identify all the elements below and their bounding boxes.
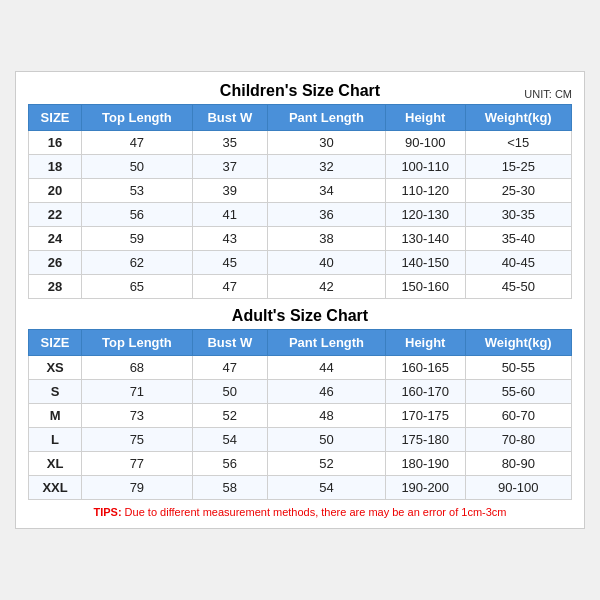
table-cell: 47 xyxy=(192,356,267,380)
table-cell: 110-120 xyxy=(385,179,465,203)
table-cell: 46 xyxy=(268,380,386,404)
table-cell: 71 xyxy=(82,380,192,404)
table-cell: 62 xyxy=(82,251,192,275)
table-cell: 25-30 xyxy=(465,179,572,203)
adults-col-weight: Weight(kg) xyxy=(465,330,572,356)
table-cell: 56 xyxy=(192,452,267,476)
table-cell: 58 xyxy=(192,476,267,500)
table-cell: 52 xyxy=(268,452,386,476)
table-cell: 50 xyxy=(268,428,386,452)
table-cell: 56 xyxy=(82,203,192,227)
tips-row: TIPS: Due to different measurement metho… xyxy=(28,506,572,518)
table-cell: 52 xyxy=(192,404,267,428)
table-cell: 16 xyxy=(29,131,82,155)
table-row: S715046160-17055-60 xyxy=(29,380,572,404)
table-cell: 35 xyxy=(192,131,267,155)
table-cell: XXL xyxy=(29,476,82,500)
table-cell: 20 xyxy=(29,179,82,203)
table-cell: 32 xyxy=(268,155,386,179)
table-cell: 65 xyxy=(82,275,192,299)
tips-text: Due to different measurement methods, th… xyxy=(122,506,507,518)
children-title: Children's Size Chart xyxy=(220,82,380,100)
table-cell: 50 xyxy=(82,155,192,179)
table-cell: 59 xyxy=(82,227,192,251)
adults-header-row: SIZE Top Length Bust W Pant Length Heigh… xyxy=(29,330,572,356)
table-row: 18503732100-11015-25 xyxy=(29,155,572,179)
table-cell: 35-40 xyxy=(465,227,572,251)
table-cell: 73 xyxy=(82,404,192,428)
table-row: 24594338130-14035-40 xyxy=(29,227,572,251)
table-cell: 37 xyxy=(192,155,267,179)
table-cell: L xyxy=(29,428,82,452)
table-cell: 48 xyxy=(268,404,386,428)
table-cell: 54 xyxy=(268,476,386,500)
table-cell: 30-35 xyxy=(465,203,572,227)
table-cell: 24 xyxy=(29,227,82,251)
table-cell: 70-80 xyxy=(465,428,572,452)
children-col-size: SIZE xyxy=(29,105,82,131)
children-table: SIZE Top Length Bust W Pant Length Heigh… xyxy=(28,104,572,299)
table-row: 20533934110-12025-30 xyxy=(29,179,572,203)
children-col-weight: Weight(kg) xyxy=(465,105,572,131)
children-col-top-length: Top Length xyxy=(82,105,192,131)
table-cell: 140-150 xyxy=(385,251,465,275)
table-row: 28654742150-16045-50 xyxy=(29,275,572,299)
children-col-bust-w: Bust W xyxy=(192,105,267,131)
unit-label: UNIT: CM xyxy=(524,88,572,100)
table-cell: 50-55 xyxy=(465,356,572,380)
table-row: 1647353090-100<15 xyxy=(29,131,572,155)
table-cell: 41 xyxy=(192,203,267,227)
children-col-height: Height xyxy=(385,105,465,131)
adults-title-row: Adult's Size Chart xyxy=(28,307,572,325)
adults-col-size: SIZE xyxy=(29,330,82,356)
table-cell: 28 xyxy=(29,275,82,299)
children-title-row: Children's Size Chart UNIT: CM xyxy=(28,82,572,100)
table-cell: 79 xyxy=(82,476,192,500)
table-cell: 47 xyxy=(82,131,192,155)
table-cell: 120-130 xyxy=(385,203,465,227)
table-cell: 90-100 xyxy=(465,476,572,500)
adults-col-top-length: Top Length xyxy=(82,330,192,356)
adults-table: SIZE Top Length Bust W Pant Length Heigh… xyxy=(28,329,572,500)
table-cell: 15-25 xyxy=(465,155,572,179)
children-col-pant-length: Pant Length xyxy=(268,105,386,131)
table-cell: XS xyxy=(29,356,82,380)
table-cell: XL xyxy=(29,452,82,476)
table-cell: S xyxy=(29,380,82,404)
table-cell: 39 xyxy=(192,179,267,203)
table-cell: <15 xyxy=(465,131,572,155)
table-cell: 22 xyxy=(29,203,82,227)
table-row: XL775652180-19080-90 xyxy=(29,452,572,476)
table-cell: 77 xyxy=(82,452,192,476)
table-cell: 170-175 xyxy=(385,404,465,428)
table-cell: 30 xyxy=(268,131,386,155)
table-row: L755450175-18070-80 xyxy=(29,428,572,452)
table-cell: 75 xyxy=(82,428,192,452)
table-cell: 44 xyxy=(268,356,386,380)
children-header-row: SIZE Top Length Bust W Pant Length Heigh… xyxy=(29,105,572,131)
table-cell: M xyxy=(29,404,82,428)
table-cell: 130-140 xyxy=(385,227,465,251)
table-cell: 40-45 xyxy=(465,251,572,275)
table-cell: 54 xyxy=(192,428,267,452)
table-cell: 43 xyxy=(192,227,267,251)
table-cell: 36 xyxy=(268,203,386,227)
table-cell: 55-60 xyxy=(465,380,572,404)
table-row: XXL795854190-20090-100 xyxy=(29,476,572,500)
table-cell: 34 xyxy=(268,179,386,203)
table-cell: 42 xyxy=(268,275,386,299)
table-cell: 47 xyxy=(192,275,267,299)
table-cell: 175-180 xyxy=(385,428,465,452)
table-cell: 50 xyxy=(192,380,267,404)
table-cell: 26 xyxy=(29,251,82,275)
adults-col-height: Height xyxy=(385,330,465,356)
table-cell: 160-170 xyxy=(385,380,465,404)
table-cell: 45-50 xyxy=(465,275,572,299)
table-cell: 68 xyxy=(82,356,192,380)
table-cell: 90-100 xyxy=(385,131,465,155)
table-cell: 60-70 xyxy=(465,404,572,428)
table-cell: 150-160 xyxy=(385,275,465,299)
tips-label: TIPS: xyxy=(93,506,121,518)
table-cell: 38 xyxy=(268,227,386,251)
table-cell: 160-165 xyxy=(385,356,465,380)
